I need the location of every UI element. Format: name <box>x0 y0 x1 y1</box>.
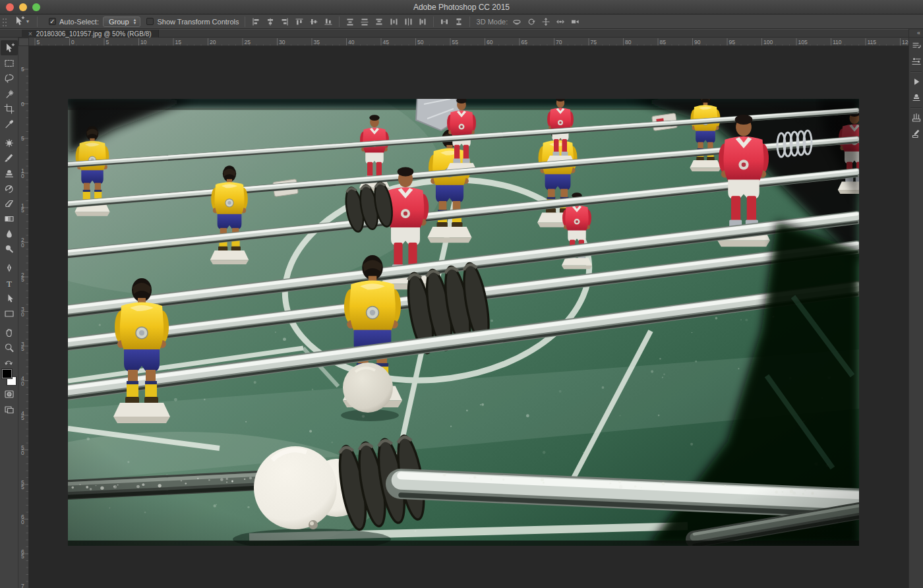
tool-preset-picker[interactable]: ▾ <box>11 15 32 29</box>
distribute-top-edges-icon[interactable] <box>345 16 355 27</box>
gradient-tool[interactable] <box>1 211 18 226</box>
distribute-buttons <box>345 16 428 27</box>
svg-text:55: 55 <box>452 39 459 45</box>
dodge-tool[interactable] <box>1 241 18 256</box>
svg-text:120: 120 <box>902 39 908 45</box>
auto-select-checkbox[interactable]: ✓ <box>49 18 56 25</box>
minimize-window-button[interactable] <box>19 3 27 11</box>
spot-healing-tool[interactable] <box>1 135 18 150</box>
svg-text:30: 30 <box>279 39 285 45</box>
tools: T <box>1 40 18 355</box>
distribute-horizontal-spacing-icon[interactable] <box>439 16 450 27</box>
auto-select-label: Auto-Select: <box>59 18 99 26</box>
document-tab-bar: × 20180306_101957.jpg @ 50% (RGB/8) <box>0 29 908 38</box>
align-vertical-centers-icon[interactable] <box>309 16 319 27</box>
align-bottom-edges-icon[interactable] <box>323 16 334 27</box>
brush-presets-panel-icon[interactable] <box>909 110 923 126</box>
distribute-vertical-spacing-icon[interactable] <box>454 16 464 27</box>
ruler-corner[interactable] <box>18 38 29 46</box>
hand-tool[interactable] <box>1 325 18 340</box>
canvas-area[interactable] <box>29 46 908 588</box>
svg-text:5: 5 <box>21 207 24 214</box>
svg-text:5: 5 <box>21 276 24 283</box>
svg-text:70: 70 <box>556 39 562 45</box>
align-buttons <box>251 16 334 27</box>
3d-slide-icon[interactable] <box>555 16 566 27</box>
history-panel-icon[interactable] <box>909 38 923 53</box>
photoshop-window: Adobe Photoshop CC 2015 ▾ ✓ Auto-Select:… <box>0 0 923 588</box>
actions-panel-icon[interactable] <box>909 74 923 90</box>
vertical-ruler[interactable]: 50510152025303540455055606570 <box>18 46 29 588</box>
tool-palette: T <box>0 38 18 588</box>
distribute-bottom-edges-icon[interactable] <box>374 16 384 27</box>
align-left-edges-icon[interactable] <box>251 16 261 27</box>
marquee-tool[interactable] <box>1 55 18 71</box>
history-brush-tool[interactable] <box>1 181 18 196</box>
zoom-window-button[interactable] <box>32 3 40 11</box>
eraser-tool[interactable] <box>1 196 18 211</box>
crop-tool[interactable] <box>1 101 18 116</box>
svg-text:0: 0 <box>21 311 24 318</box>
horizontal-ruler[interactable]: 5051015202530354045505560657075808590951… <box>29 38 908 46</box>
align-right-edges-icon[interactable] <box>280 16 290 27</box>
document-image-foosball-photo[interactable] <box>68 99 859 546</box>
close-window-button[interactable] <box>6 3 14 11</box>
eyedropper-tool[interactable] <box>1 116 18 131</box>
svg-text:5: 5 <box>21 553 24 560</box>
distribute-spacing-buttons <box>439 16 464 27</box>
document-tab-title: 20180306_101957.jpg @ 50% (RGB/8) <box>36 30 152 38</box>
svg-text:0: 0 <box>21 519 24 525</box>
blur-tool[interactable] <box>1 226 18 241</box>
type-tool[interactable]: T <box>1 276 18 291</box>
color-swatches <box>1 369 17 386</box>
pen-tool[interactable] <box>1 260 18 276</box>
foreground-color-swatch[interactable] <box>2 369 12 378</box>
path-selection-tool[interactable] <box>1 291 18 306</box>
shape-tool[interactable] <box>1 306 18 321</box>
distribute-horizontal-centers-icon[interactable] <box>403 16 413 27</box>
3d-rotate-icon[interactable] <box>512 16 522 27</box>
svg-text:0: 0 <box>21 173 24 179</box>
svg-text:110: 110 <box>833 39 842 45</box>
brush-tool[interactable] <box>1 150 18 165</box>
options-bar-grip[interactable] <box>1 17 8 26</box>
options-bar: ▾ ✓ Auto-Select: Group ▲▼ Show Transform… <box>0 15 923 29</box>
svg-text:25: 25 <box>245 39 251 45</box>
3d-scale-icon[interactable] <box>570 16 580 27</box>
title-bar: Adobe Photoshop CC 2015 <box>0 0 923 15</box>
distribute-left-edges-icon[interactable] <box>388 16 399 27</box>
close-tab-icon[interactable]: × <box>28 30 32 38</box>
properties-panel-icon[interactable] <box>909 53 923 69</box>
svg-text:0: 0 <box>71 39 74 45</box>
panel-group-divider <box>910 71 922 72</box>
svg-text:T: T <box>7 278 12 288</box>
move-tool[interactable] <box>1 40 18 55</box>
tool-presets-panel-icon[interactable] <box>909 126 923 142</box>
swap-colors-icon[interactable] <box>4 357 13 368</box>
chevron-down-icon: ▾ <box>26 18 29 24</box>
zoom-tool[interactable] <box>1 340 18 355</box>
lasso-tool[interactable] <box>1 71 18 86</box>
3d-roll-icon[interactable] <box>526 16 537 27</box>
align-horizontal-centers-icon[interactable] <box>265 16 276 27</box>
svg-text:20: 20 <box>210 39 216 45</box>
show-transform-controls-checkbox[interactable] <box>146 18 154 25</box>
screen-mode-button[interactable] <box>1 401 18 417</box>
svg-text:0: 0 <box>21 101 24 107</box>
svg-text:105: 105 <box>798 39 808 45</box>
distribute-right-edges-icon[interactable] <box>417 16 428 27</box>
align-top-edges-icon[interactable] <box>294 16 305 27</box>
clone-source-panel-icon[interactable] <box>909 90 923 105</box>
divider <box>245 16 245 27</box>
expand-panels-button[interactable]: « <box>909 29 923 38</box>
distribute-vertical-centers-icon[interactable] <box>359 16 370 27</box>
3d-drag-icon[interactable] <box>541 16 551 27</box>
clone-stamp-tool[interactable] <box>1 165 18 181</box>
traffic-lights[interactable] <box>6 3 40 11</box>
quick-mask-button[interactable] <box>1 386 18 401</box>
magic-wand-tool[interactable] <box>1 86 18 101</box>
auto-select-target-dropdown[interactable]: Group ▲▼ <box>103 16 141 27</box>
svg-text:80: 80 <box>625 39 632 45</box>
divider <box>37 16 38 27</box>
svg-text:60: 60 <box>487 39 493 45</box>
